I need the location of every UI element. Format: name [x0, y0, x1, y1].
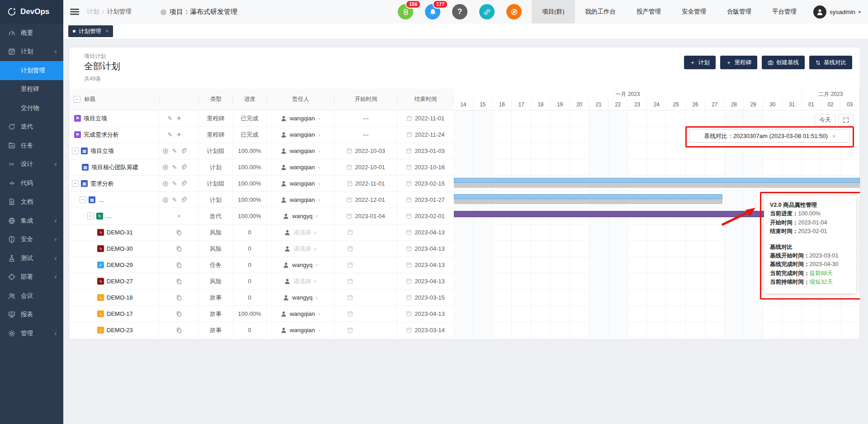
owner-select[interactable]: wangqian	[290, 180, 315, 187]
sidebar-item-report[interactable]: 报表	[0, 305, 63, 324]
owner-select[interactable]: wangqian	[290, 327, 315, 333]
attachment-icon[interactable]	[180, 148, 187, 154]
sidebar-item-plan[interactable]: 计划∧	[0, 43, 63, 62]
owner-select[interactable]: wangqian	[290, 131, 315, 138]
row-title[interactable]: 需求分析	[90, 180, 114, 188]
table-row[interactable]: ☼DEMO-18故事0wangyq∨2023-03-15	[69, 290, 454, 306]
question-button[interactable]: ?	[452, 4, 467, 19]
row-title[interactable]: DEMO-17	[107, 310, 133, 317]
link-button[interactable]	[479, 4, 495, 19]
bug-slash-button[interactable]	[506, 4, 522, 19]
row-title[interactable]: DEMO-18	[107, 294, 133, 301]
row-title[interactable]: DEMO-30	[107, 245, 133, 252]
delete-icon[interactable]	[185, 115, 191, 122]
owner-select[interactable]: 请选择	[293, 229, 311, 237]
sidebar-item-doc[interactable]: 文档	[0, 193, 63, 212]
collapse-all-checkbox[interactable]: −	[74, 96, 80, 103]
today-button[interactable]: 今天	[815, 114, 835, 126]
row-title[interactable]: …	[98, 196, 104, 203]
owner-select[interactable]: wangqian	[290, 148, 315, 154]
row-title[interactable]: DEMO-31	[107, 229, 133, 236]
add-child-icon[interactable]	[162, 164, 169, 171]
button-计划[interactable]: +计划	[684, 56, 716, 69]
breadcrumb-plan-management[interactable]: 计划管理	[107, 8, 132, 16]
row-title[interactable]: …	[106, 213, 112, 219]
delete-icon[interactable]	[189, 148, 196, 154]
nav-item-合版管理[interactable]: 合版管理	[717, 0, 762, 24]
collapse-toggle[interactable]: −	[80, 196, 86, 203]
sidebar-item-security[interactable]: 安全∨	[0, 230, 63, 249]
sidebar-item-overview[interactable]: 概要	[0, 24, 63, 43]
table-row[interactable]: −↻…×迭代100.00%wangyq∨2023-01-042023-02-01	[69, 208, 454, 224]
copy-icon[interactable]	[176, 327, 182, 333]
collapse-toggle[interactable]: −	[72, 148, 79, 154]
sidebar-item-deploy[interactable]: 部署∨	[0, 268, 63, 287]
add-child-icon[interactable]	[162, 181, 169, 187]
row-title[interactable]: 完成需求分析	[84, 131, 119, 139]
row-title[interactable]: DEMO-27	[107, 278, 133, 285]
table-row[interactable]: −▦…✎计划100.00%wangqian∨2022-12-012023-01-…	[69, 192, 454, 208]
nav-item-平台管理[interactable]: 平台管理	[762, 0, 807, 24]
edit-icon[interactable]: ✎	[167, 115, 173, 122]
copy-icon[interactable]	[176, 278, 182, 285]
delete-icon[interactable]	[185, 132, 191, 138]
table-row[interactable]: ϟDEMO-30风险0请选择∨2023-04-13	[69, 241, 454, 257]
owner-select[interactable]: 请选择	[293, 245, 311, 253]
doc-circle-button[interactable]: 156	[398, 4, 413, 19]
sidebar-item-deliverable[interactable]: 交付物	[0, 99, 63, 118]
sidebar-item-integration[interactable]: 集成∨	[0, 211, 63, 230]
edit-icon[interactable]: ✎	[171, 164, 178, 171]
copy-icon[interactable]	[176, 246, 182, 252]
fullscreen-button[interactable]	[838, 114, 854, 126]
sidebar-item-plan-management[interactable]: 计划管理	[0, 61, 63, 80]
owner-select[interactable]: wangqian	[290, 115, 315, 122]
user-menu[interactable]: sysadmin ▾	[813, 0, 861, 24]
sidebar-item-meeting[interactable]: 会议	[0, 286, 63, 305]
delete-icon[interactable]	[189, 197, 196, 203]
sidebar-item-iteration[interactable]: 迭代	[0, 118, 63, 137]
add-child-icon[interactable]	[162, 197, 169, 203]
owner-select[interactable]: wangyq	[292, 262, 312, 268]
tab-close-icon[interactable]: ×	[105, 28, 108, 34]
copy-icon[interactable]	[176, 229, 182, 236]
attachment-icon[interactable]	[180, 164, 187, 171]
owner-select[interactable]: wangqian	[290, 164, 315, 171]
attachment-icon[interactable]	[180, 181, 187, 187]
owner-select[interactable]: wangyq	[292, 294, 312, 301]
row-title[interactable]: 项目立项	[90, 147, 114, 155]
sidebar-item-manage[interactable]: 管理∨	[0, 324, 63, 343]
nav-item-项目(群)[interactable]: 项目(群)	[532, 0, 575, 24]
copy-icon[interactable]	[176, 295, 182, 301]
edit-icon[interactable]: ✎	[171, 148, 178, 154]
table-row[interactable]: −▦需求分析✎计划组100.00%wangqian∨2022-11-012023…	[69, 176, 454, 192]
hamburger-menu-icon[interactable]	[70, 7, 80, 17]
edit-icon[interactable]: ✎	[167, 132, 173, 138]
close-icon[interactable]: ×	[176, 213, 182, 219]
nav-item-投产管理[interactable]: 投产管理	[626, 0, 671, 24]
copy-icon[interactable]	[176, 311, 182, 317]
table-row[interactable]: ⚑项目立项✎✈里程碑已完成wangqian∨---2022-11-01	[69, 110, 454, 127]
gantt-bar-baseline[interactable]	[454, 199, 722, 204]
delete-icon[interactable]	[189, 181, 196, 187]
gantt-bar-current[interactable]	[454, 194, 722, 199]
delete-icon[interactable]	[189, 164, 196, 171]
sidebar-item-design[interactable]: ✂设计∨	[0, 155, 63, 174]
row-title[interactable]: 项目立项	[84, 114, 107, 123]
gantt-bar-current[interactable]	[454, 178, 860, 183]
edit-icon[interactable]: ✎	[171, 197, 178, 203]
nav-item-我的工作台[interactable]: 我的工作台	[575, 0, 627, 24]
table-row[interactable]: ϟDEMO-31风险0请选择∨2023-04-13	[69, 224, 454, 241]
owner-select[interactable]: 请选择	[293, 277, 311, 286]
row-title[interactable]: DEMO-29	[107, 262, 133, 268]
copy-icon[interactable]	[176, 262, 182, 268]
owner-select[interactable]: wangqian	[290, 196, 315, 203]
edit-icon[interactable]: ✎	[171, 181, 178, 187]
table-row[interactable]: ☼DEMO-23故事0wangqian∨2023-03-14	[69, 322, 454, 338]
table-row[interactable]: −▦项目立项✎计划组100.00%wangqian∨2022-10-032023…	[69, 143, 454, 159]
project-switcher[interactable]: ◎ 项目：瀑布式研发管理	[160, 0, 237, 24]
table-row[interactable]: ☼DEMO-17故事100.00%wangqian∨2023-04-13	[69, 306, 454, 322]
table-row[interactable]: ✓DEMO-29任务0wangyq∨2023-04-13	[69, 257, 454, 273]
collapse-toggle[interactable]: −	[72, 180, 79, 187]
bell-button[interactable]: 177	[425, 4, 440, 19]
button-创建基线[interactable]: 创建基线	[762, 56, 805, 69]
